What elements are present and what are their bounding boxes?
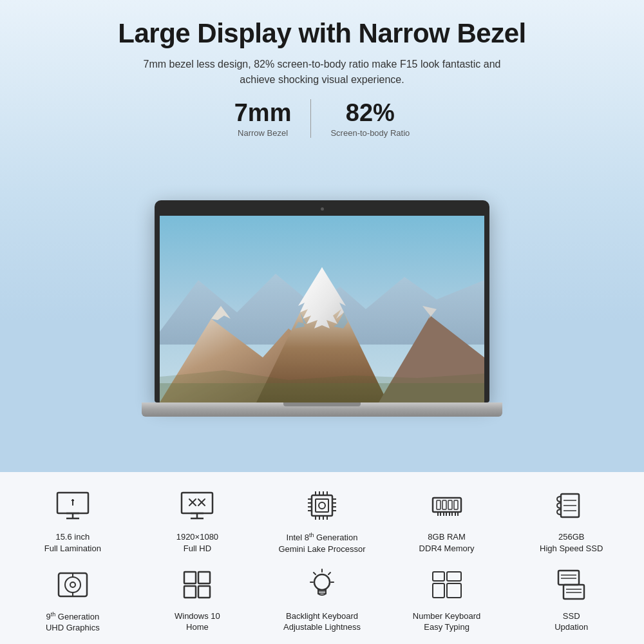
stats-row: 7mm Narrow Bezel 82% Screen-to-body Rati… xyxy=(26,99,618,138)
feature-ssd: 256GBHigh Speed SSD xyxy=(511,484,631,554)
display-icon xyxy=(51,484,95,527)
laptop-wrapper xyxy=(142,200,502,417)
svg-rect-68 xyxy=(198,572,210,583)
svg-rect-83 xyxy=(558,571,579,585)
svg-line-75 xyxy=(328,573,330,574)
svg-rect-79 xyxy=(433,572,444,581)
stat-bezel-label: Narrow Bezel xyxy=(234,128,292,138)
svg-rect-49 xyxy=(454,500,458,509)
svg-rect-82 xyxy=(447,583,461,598)
ssd-label: 256GBHigh Speed SSD xyxy=(540,531,603,554)
laptop-section xyxy=(0,151,644,472)
stat-ratio-value: 82% xyxy=(330,99,410,127)
main-title: Large Display with Narrow Bezel xyxy=(26,18,618,49)
windows-label: Windows 10Home xyxy=(175,611,220,633)
feature-graphics: 9th GenerationUHD Graphics xyxy=(13,563,133,634)
numpad-label: Number KeyboardEasy Typing xyxy=(413,611,481,633)
svg-rect-46 xyxy=(437,500,440,509)
feature-display: 15.6 inchFull Lamination xyxy=(13,484,133,554)
resolution-label: 1920×1080Full HD xyxy=(176,531,218,554)
ssd-update-label: SSDUpdation xyxy=(554,611,588,633)
keyboard-backlight-label: Backlight KeyboardAdjustable Lightness xyxy=(283,611,361,633)
stat-bezel: 7mm Narrow Bezel xyxy=(215,99,312,138)
feature-resolution: 1920×1080Full HD xyxy=(138,484,258,554)
subtitle: 7mm bezel less design, 82% screen-to-bod… xyxy=(142,57,502,88)
svg-rect-69 xyxy=(184,586,196,598)
svg-rect-27 xyxy=(316,499,328,512)
windows-icon xyxy=(175,563,219,607)
laptop-screen xyxy=(155,200,489,402)
stat-bezel-value: 7mm xyxy=(234,99,292,127)
svg-point-71 xyxy=(314,574,330,590)
ssd-icon xyxy=(549,484,593,527)
feature-ram: 8GB RAMDDR4 Memory xyxy=(387,484,507,554)
feature-processor: Intel 8th GenerationGemini Lake Processo… xyxy=(262,484,382,554)
stat-ratio-label: Screen-to-body Ratio xyxy=(330,128,410,138)
svg-rect-26 xyxy=(312,495,332,516)
processor-icon xyxy=(300,484,344,527)
keyboard-backlight-icon xyxy=(300,563,344,607)
screen-display xyxy=(160,216,484,402)
webcam-dot xyxy=(321,207,324,211)
svg-point-28 xyxy=(319,502,325,509)
webcam-bar xyxy=(160,205,484,213)
svg-rect-18 xyxy=(182,493,213,513)
mountain-scene xyxy=(160,216,484,402)
stat-ratio: 82% Screen-to-body Ratio xyxy=(311,99,429,138)
numpad-icon xyxy=(425,563,469,607)
laptop-base xyxy=(142,402,502,417)
ram-label: 8GB RAMDDR4 Memory xyxy=(419,531,475,554)
svg-rect-67 xyxy=(184,572,196,583)
ssd-update-icon xyxy=(549,563,593,607)
svg-point-64 xyxy=(70,582,75,587)
top-section: Large Display with Narrow Bezel 7mm beze… xyxy=(0,0,644,151)
svg-line-76 xyxy=(314,573,316,574)
resolution-icon xyxy=(175,484,219,527)
feature-numpad: Number KeyboardEasy Typing xyxy=(387,563,507,634)
ram-icon xyxy=(425,484,469,527)
feature-keyboard-backlight: Backlight KeyboardAdjustable Lightness xyxy=(262,563,382,634)
page: Large Display with Narrow Bezel 7mm beze… xyxy=(0,0,644,644)
processor-label: Intel 8th GenerationGemini Lake Processo… xyxy=(278,531,365,554)
svg-rect-70 xyxy=(198,586,210,598)
feature-ssd-update: SSDUpdation xyxy=(511,563,631,634)
graphics-label: 9th GenerationUHD Graphics xyxy=(46,611,100,634)
svg-rect-81 xyxy=(433,583,444,598)
svg-rect-47 xyxy=(442,500,446,509)
feature-windows: Windows 10Home xyxy=(138,563,258,634)
svg-rect-84 xyxy=(564,585,584,599)
features-section: 15.6 inchFull Lamination 1 xyxy=(0,472,644,644)
graphics-icon xyxy=(51,563,95,607)
svg-rect-48 xyxy=(448,500,452,509)
svg-rect-80 xyxy=(447,572,461,581)
features-grid: 15.6 inchFull Lamination 1 xyxy=(13,484,631,634)
svg-point-63 xyxy=(65,577,80,592)
display-label: 15.6 inchFull Lamination xyxy=(44,531,101,554)
